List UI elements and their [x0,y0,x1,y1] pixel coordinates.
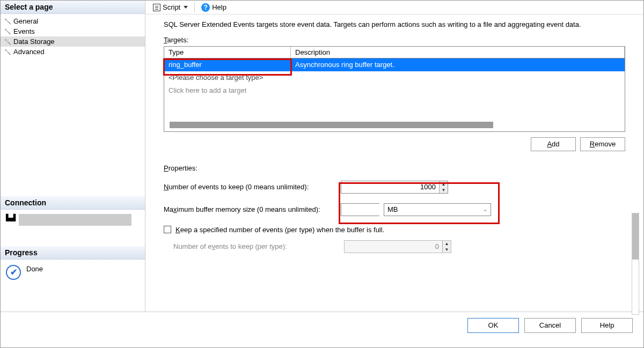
nav-item-label: Events [13,27,35,35]
grid-header: Type Description [164,47,625,58]
help-label: Help [212,3,226,11]
progress-status: Done [26,265,43,273]
server-icon: ▙▟ [6,214,16,221]
sidebar: Select a page General Events Data Storag… [1,1,145,312]
pertype-stepper: ▲▼ [344,240,451,253]
targets-scrollbar[interactable] [170,122,619,128]
keep-per-type-checkbox[interactable] [164,226,171,233]
wrench-icon [4,18,11,25]
target-desc-cell: Asynchronous ring buffer target. [291,59,625,70]
nav-item-advanced[interactable]: Advanced [1,47,145,57]
pertype-label: Number of events to keep (per type): [173,242,344,250]
properties-label: Properties: [164,164,625,172]
dialog-footer: OK Cancel Help [1,312,643,338]
remove-button[interactable]: Remove [580,137,625,151]
progress-header: Progress [1,246,145,260]
help-button[interactable]: Help [581,318,633,333]
script-icon [153,4,160,11]
keep-per-type-label: Keep a specified number of events (per t… [175,226,384,234]
annotation-highlight [163,58,292,76]
pertype-input [345,241,442,253]
spin-up-icon: ▲ [443,241,451,247]
wrench-icon [4,28,11,35]
toolbar: Script ? Help [145,1,643,14]
wrench-icon [4,38,11,46]
script-label: Script [163,3,180,11]
spin-down-icon: ▼ [443,247,451,253]
check-icon: ✔ [6,265,21,280]
connection-value [19,214,131,226]
cancel-button[interactable]: Cancel [524,318,576,333]
events-to-keep-label: Number of events to keep (0 means unlimi… [164,183,341,191]
connection-area: ▙▟ [1,210,145,230]
targets-grid: Type Description ring_buffer Asynchronou… [164,46,625,132]
add-button[interactable]: Add [531,137,576,151]
nav-item-label: General [13,17,38,25]
progress-area: ✔ Done [1,260,145,285]
chevron-down-icon [184,6,188,9]
help-icon: ? [201,3,210,12]
max-buffer-label: Maximum buffer memory size (0 means unli… [164,205,341,213]
main-panel: Script ? Help SQL Server Extended Events… [145,1,643,312]
wrench-icon [4,48,11,56]
script-button[interactable]: Script [150,2,191,12]
help-button[interactable]: ? Help [198,2,230,13]
nav-item-events[interactable]: Events [1,26,145,36]
description-text: SQL Server Extended Events targets store… [164,20,625,29]
targets-label: Targets: [164,36,625,44]
column-type[interactable]: Type [164,47,291,58]
select-page-header: Select a page [1,1,145,14]
page-nav-list: General Events Data Storage Advanced [1,14,145,64]
ok-button[interactable]: OK [467,318,519,333]
annotation-highlight [339,182,500,224]
target-hint-row[interactable]: Click here to add a target [164,84,625,97]
nav-item-label: Advanced [13,48,45,56]
connection-header: Connection [1,196,145,210]
toolbar-divider [194,3,195,12]
content-scrollbar[interactable] [632,213,639,315]
nav-item-general[interactable]: General [1,16,145,26]
nav-item-data-storage[interactable]: Data Storage [1,36,145,47]
nav-item-label: Data Storage [13,38,55,46]
column-description[interactable]: Description [291,47,625,58]
hint-cell: Click here to add a target [164,85,251,96]
